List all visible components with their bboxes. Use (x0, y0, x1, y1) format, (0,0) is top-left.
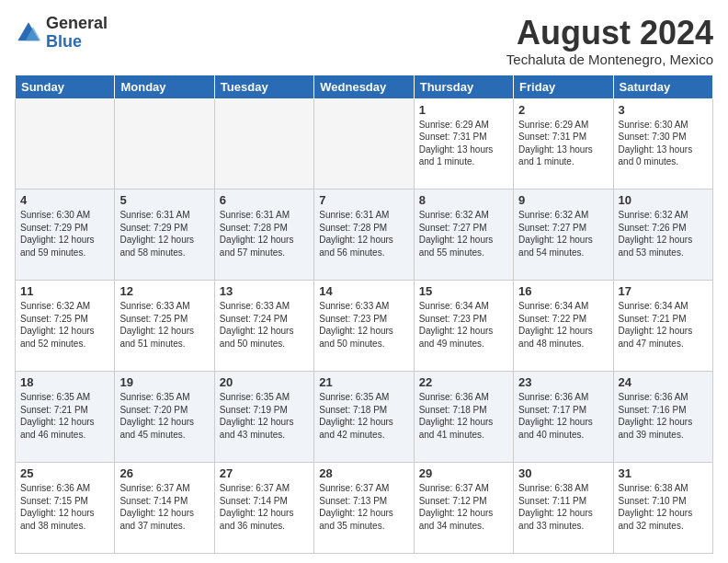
cell-info: Sunrise: 6:34 AM Sunset: 7:22 PM Dayligh… (518, 300, 608, 350)
cell-info: Sunrise: 6:33 AM Sunset: 7:24 PM Dayligh… (220, 300, 309, 350)
cell-info: Sunrise: 6:32 AM Sunset: 7:27 PM Dayligh… (518, 209, 608, 259)
main-title: August 2024 (506, 15, 713, 52)
cell-day-number: 10 (619, 193, 708, 207)
cell-info: Sunrise: 6:37 AM Sunset: 7:12 PM Dayligh… (419, 482, 508, 532)
cell-info: Sunrise: 6:31 AM Sunset: 7:28 PM Dayligh… (319, 209, 408, 259)
cell-info: Sunrise: 6:38 AM Sunset: 7:11 PM Dayligh… (518, 482, 608, 532)
cell-info: Sunrise: 6:31 AM Sunset: 7:29 PM Dayligh… (119, 209, 209, 259)
calendar-cell: 26Sunrise: 6:37 AM Sunset: 7:14 PM Dayli… (115, 463, 214, 554)
cell-info: Sunrise: 6:36 AM Sunset: 7:17 PM Dayligh… (518, 391, 608, 441)
day-header-saturday: Saturday (613, 75, 712, 98)
cell-info: Sunrise: 6:32 AM Sunset: 7:27 PM Dayligh… (419, 209, 508, 259)
cell-info: Sunrise: 6:37 AM Sunset: 7:14 PM Dayligh… (220, 482, 309, 532)
cell-info: Sunrise: 6:32 AM Sunset: 7:25 PM Dayligh… (20, 300, 109, 350)
day-header-monday: Monday (115, 75, 214, 98)
cell-info: Sunrise: 6:35 AM Sunset: 7:18 PM Dayligh… (319, 391, 408, 441)
calendar-cell (214, 98, 313, 190)
calendar-table: SundayMondayTuesdayWednesdayThursdayFrid… (15, 75, 713, 554)
cell-info: Sunrise: 6:36 AM Sunset: 7:18 PM Dayligh… (419, 391, 508, 441)
logo-icon (15, 19, 42, 47)
cell-day-number: 8 (419, 193, 508, 207)
cell-info: Sunrise: 6:37 AM Sunset: 7:13 PM Dayligh… (319, 482, 408, 532)
cell-day-number: 6 (220, 193, 309, 207)
calendar-cell: 29Sunrise: 6:37 AM Sunset: 7:12 PM Dayli… (414, 463, 513, 554)
cell-day-number: 2 (518, 103, 608, 117)
cell-day-number: 1 (419, 103, 508, 117)
header-row: SundayMondayTuesdayWednesdayThursdayFrid… (16, 75, 713, 98)
cell-day-number: 23 (518, 375, 608, 389)
cell-day-number: 28 (319, 466, 408, 480)
cell-day-number: 18 (20, 375, 109, 389)
calendar-cell: 18Sunrise: 6:35 AM Sunset: 7:21 PM Dayli… (16, 372, 115, 463)
calendar-cell: 24Sunrise: 6:36 AM Sunset: 7:16 PM Dayli… (613, 372, 712, 463)
cell-day-number: 27 (220, 466, 309, 480)
cell-day-number: 9 (518, 193, 608, 207)
calendar-cell: 8Sunrise: 6:32 AM Sunset: 7:27 PM Daylig… (414, 190, 513, 281)
cell-info: Sunrise: 6:33 AM Sunset: 7:25 PM Dayligh… (119, 300, 209, 350)
cell-day-number: 29 (419, 466, 508, 480)
day-header-thursday: Thursday (414, 75, 513, 98)
cell-day-number: 17 (619, 284, 708, 298)
cell-day-number: 3 (619, 103, 708, 117)
calendar-cell (115, 98, 214, 190)
cell-day-number: 31 (619, 466, 708, 480)
cell-info: Sunrise: 6:34 AM Sunset: 7:21 PM Dayligh… (619, 300, 708, 350)
logo-general-text: General (46, 15, 108, 33)
logo: General Blue (15, 15, 108, 52)
cell-day-number: 25 (20, 466, 109, 480)
calendar-cell: 1Sunrise: 6:29 AM Sunset: 7:31 PM Daylig… (414, 98, 513, 190)
calendar-cell: 12Sunrise: 6:33 AM Sunset: 7:25 PM Dayli… (115, 281, 214, 372)
cell-day-number: 21 (319, 375, 408, 389)
cell-info: Sunrise: 6:34 AM Sunset: 7:23 PM Dayligh… (419, 300, 508, 350)
week-row-1: 1Sunrise: 6:29 AM Sunset: 7:31 PM Daylig… (16, 98, 713, 190)
calendar-cell: 9Sunrise: 6:32 AM Sunset: 7:27 PM Daylig… (514, 190, 613, 281)
cell-info: Sunrise: 6:32 AM Sunset: 7:26 PM Dayligh… (619, 209, 708, 259)
cell-day-number: 7 (319, 193, 408, 207)
cell-day-number: 19 (119, 375, 209, 389)
calendar-cell: 21Sunrise: 6:35 AM Sunset: 7:18 PM Dayli… (314, 372, 414, 463)
cell-day-number: 20 (220, 375, 309, 389)
calendar-cell: 16Sunrise: 6:34 AM Sunset: 7:22 PM Dayli… (514, 281, 613, 372)
cell-day-number: 24 (619, 375, 708, 389)
week-row-4: 18Sunrise: 6:35 AM Sunset: 7:21 PM Dayli… (16, 372, 713, 463)
calendar-cell: 31Sunrise: 6:38 AM Sunset: 7:10 PM Dayli… (613, 463, 712, 554)
calendar-body: 1Sunrise: 6:29 AM Sunset: 7:31 PM Daylig… (16, 98, 713, 553)
week-row-2: 4Sunrise: 6:30 AM Sunset: 7:29 PM Daylig… (16, 190, 713, 281)
calendar-cell: 11Sunrise: 6:32 AM Sunset: 7:25 PM Dayli… (16, 281, 115, 372)
week-row-5: 25Sunrise: 6:36 AM Sunset: 7:15 PM Dayli… (16, 463, 713, 554)
cell-day-number: 4 (20, 193, 109, 207)
calendar-cell: 22Sunrise: 6:36 AM Sunset: 7:18 PM Dayli… (414, 372, 513, 463)
cell-info: Sunrise: 6:35 AM Sunset: 7:20 PM Dayligh… (119, 391, 209, 441)
cell-day-number: 5 (119, 193, 209, 207)
calendar-cell: 23Sunrise: 6:36 AM Sunset: 7:17 PM Dayli… (514, 372, 613, 463)
cell-day-number: 16 (518, 284, 608, 298)
logo-blue-text: Blue (46, 33, 108, 52)
cell-info: Sunrise: 6:35 AM Sunset: 7:21 PM Dayligh… (20, 391, 109, 441)
cell-day-number: 30 (518, 466, 608, 480)
calendar-cell: 30Sunrise: 6:38 AM Sunset: 7:11 PM Dayli… (514, 463, 613, 554)
calendar-cell: 13Sunrise: 6:33 AM Sunset: 7:24 PM Dayli… (214, 281, 313, 372)
cell-day-number: 15 (419, 284, 508, 298)
title-block: August 2024 Techaluta de Montenegro, Mex… (506, 15, 713, 67)
cell-day-number: 11 (20, 284, 109, 298)
logo-text: General Blue (46, 15, 108, 52)
cell-day-number: 22 (419, 375, 508, 389)
calendar-cell: 28Sunrise: 6:37 AM Sunset: 7:13 PM Dayli… (314, 463, 414, 554)
calendar-cell: 27Sunrise: 6:37 AM Sunset: 7:14 PM Dayli… (214, 463, 313, 554)
page: General Blue August 2024 Techaluta de Mo… (0, 0, 728, 563)
cell-day-number: 13 (220, 284, 309, 298)
calendar-cell: 5Sunrise: 6:31 AM Sunset: 7:29 PM Daylig… (115, 190, 214, 281)
cell-info: Sunrise: 6:31 AM Sunset: 7:28 PM Dayligh… (220, 209, 309, 259)
week-row-3: 11Sunrise: 6:32 AM Sunset: 7:25 PM Dayli… (16, 281, 713, 372)
calendar-cell: 15Sunrise: 6:34 AM Sunset: 7:23 PM Dayli… (414, 281, 513, 372)
calendar-cell: 4Sunrise: 6:30 AM Sunset: 7:29 PM Daylig… (16, 190, 115, 281)
cell-info: Sunrise: 6:30 AM Sunset: 7:29 PM Dayligh… (20, 209, 109, 259)
calendar-cell: 14Sunrise: 6:33 AM Sunset: 7:23 PM Dayli… (314, 281, 414, 372)
cell-info: Sunrise: 6:36 AM Sunset: 7:15 PM Dayligh… (20, 482, 109, 532)
subtitle: Techaluta de Montenegro, Mexico (506, 52, 713, 67)
cell-day-number: 14 (319, 284, 408, 298)
calendar-cell: 25Sunrise: 6:36 AM Sunset: 7:15 PM Dayli… (16, 463, 115, 554)
cell-info: Sunrise: 6:29 AM Sunset: 7:31 PM Dayligh… (419, 119, 508, 168)
calendar-header: SundayMondayTuesdayWednesdayThursdayFrid… (16, 75, 713, 98)
day-header-sunday: Sunday (16, 75, 115, 98)
